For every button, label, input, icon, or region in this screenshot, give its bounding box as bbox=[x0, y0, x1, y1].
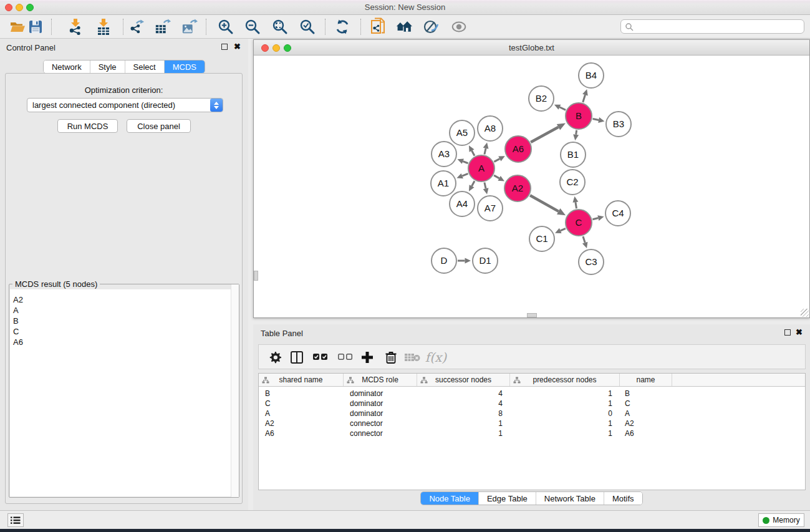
import-table-icon[interactable] bbox=[95, 17, 112, 36]
refresh-icon[interactable] bbox=[334, 17, 350, 36]
tab-node-table[interactable]: Node Table bbox=[421, 492, 479, 505]
table-cell[interactable]: B bbox=[259, 389, 344, 399]
graph-edge-A-A1[interactable] bbox=[462, 173, 468, 176]
tab-edge-table[interactable]: Edge Table bbox=[479, 492, 536, 505]
graph-edge-A2-C[interactable] bbox=[530, 195, 559, 211]
tab-motifs[interactable]: Motifs bbox=[604, 492, 642, 505]
result-list-item[interactable]: A bbox=[10, 305, 238, 316]
close-panel-icon[interactable]: ✖ bbox=[796, 327, 803, 337]
column-header-successor-nodes[interactable]: successor nodes bbox=[417, 374, 510, 386]
table-cell[interactable]: A6 bbox=[259, 428, 344, 438]
node-table[interactable]: shared nameMCDS rolesuccessor nodesprede… bbox=[258, 373, 806, 490]
float-panel-icon[interactable] bbox=[221, 44, 228, 50]
network-graph[interactable]: AA1A2A3A4A5A6A7A8BB1B2B3B4CC1C2C3C4DD1 bbox=[254, 56, 809, 317]
table-row[interactable]: Bdominator41B bbox=[259, 389, 805, 399]
add-row-icon[interactable] bbox=[359, 349, 375, 365]
result-list-item[interactable]: B bbox=[10, 316, 238, 326]
result-list-item[interactable]: C bbox=[10, 326, 238, 337]
graph-edge-A-A8[interactable] bbox=[485, 148, 486, 155]
eye-icon[interactable] bbox=[451, 17, 467, 36]
tab-style[interactable]: Style bbox=[90, 60, 125, 73]
resize-grip[interactable] bbox=[801, 309, 809, 317]
table-cell[interactable]: 1 bbox=[510, 399, 620, 409]
table-cell[interactable]: 0 bbox=[510, 409, 620, 418]
zoom-fit-icon[interactable] bbox=[272, 17, 288, 36]
zoom-in-icon[interactable] bbox=[218, 17, 234, 36]
tab-network[interactable]: Network bbox=[44, 60, 90, 73]
graph-edge-A-A4[interactable] bbox=[472, 181, 475, 186]
close-panel-button[interactable]: Close panel bbox=[127, 119, 191, 133]
splitter-handle[interactable] bbox=[527, 313, 537, 317]
search-input[interactable] bbox=[634, 21, 804, 32]
function-builder-icon[interactable]: f(x) bbox=[425, 349, 447, 365]
save-session-icon[interactable] bbox=[27, 17, 44, 36]
table-cell[interactable]: 1 bbox=[510, 418, 620, 428]
settings-gear-icon[interactable] bbox=[267, 349, 283, 365]
float-panel-icon[interactable] bbox=[784, 329, 791, 336]
delete-table-icon[interactable] bbox=[404, 349, 420, 365]
table-cell[interactable]: dominator bbox=[344, 389, 417, 399]
tab-select[interactable]: Select bbox=[125, 60, 165, 73]
run-mcds-button[interactable]: Run MCDS bbox=[57, 119, 118, 133]
table-cell[interactable]: C bbox=[620, 399, 672, 409]
column-browser-icon[interactable] bbox=[289, 349, 305, 365]
table-cell[interactable]: 1 bbox=[510, 428, 620, 438]
result-scrollbar[interactable] bbox=[231, 284, 239, 497]
table-cell[interactable]: dominator bbox=[344, 399, 417, 409]
graph-edge-B-B1[interactable] bbox=[576, 130, 577, 135]
table-row[interactable]: A6connector11A6 bbox=[259, 428, 805, 438]
graph-edge-B-B2[interactable] bbox=[559, 107, 566, 110]
column-header-predecessor-nodes[interactable]: predecessor nodes bbox=[510, 374, 620, 386]
graph-edge-A6-B[interactable] bbox=[531, 127, 558, 142]
home-icon[interactable] bbox=[396, 17, 412, 36]
zoom-out-icon[interactable] bbox=[244, 17, 261, 36]
search-field[interactable] bbox=[620, 19, 804, 34]
graph-edge-C-C3[interactable] bbox=[583, 236, 585, 243]
select-all-icon[interactable] bbox=[312, 349, 329, 365]
table-cell[interactable]: A6 bbox=[620, 428, 672, 438]
result-list-item[interactable]: A6 bbox=[10, 337, 238, 347]
graph-edge-B-B4[interactable] bbox=[583, 95, 586, 102]
table-cell[interactable]: A2 bbox=[620, 418, 672, 428]
table-cell[interactable]: 4 bbox=[417, 389, 510, 399]
table-cell[interactable]: A bbox=[620, 409, 672, 418]
open-session-icon[interactable] bbox=[9, 17, 26, 36]
table-cell[interactable]: 1 bbox=[510, 389, 620, 399]
graph-edge-C-C4[interactable] bbox=[592, 218, 598, 220]
memory-button[interactable]: Memory bbox=[758, 513, 804, 527]
tab-mcds[interactable]: MCDS bbox=[165, 60, 205, 73]
export-network-icon[interactable] bbox=[128, 17, 145, 36]
table-cell[interactable]: 1 bbox=[417, 428, 510, 438]
table-cell[interactable]: connector bbox=[344, 418, 417, 428]
table-cell[interactable]: 8 bbox=[417, 409, 510, 418]
zoom-selected-icon[interactable] bbox=[299, 17, 316, 36]
column-header-shared-name[interactable]: shared name bbox=[259, 374, 344, 386]
export-image-icon[interactable] bbox=[181, 17, 198, 36]
network-window-titlebar[interactable]: testGlobe.txt bbox=[254, 40, 809, 56]
result-list-item[interactable]: A2 bbox=[10, 294, 238, 305]
graph-edge-C-C1[interactable] bbox=[561, 228, 566, 231]
table-row[interactable]: A2connector11A2 bbox=[259, 418, 805, 428]
export-table-icon[interactable] bbox=[155, 17, 171, 36]
task-history-button[interactable] bbox=[7, 513, 24, 527]
table-cell[interactable]: 4 bbox=[417, 399, 510, 409]
graph-edge-A-A7[interactable] bbox=[485, 182, 486, 188]
graph-edge-C-C2[interactable] bbox=[576, 202, 577, 208]
splitter-handle[interactable] bbox=[254, 271, 258, 281]
table-row[interactable]: Cdominator41C bbox=[259, 399, 805, 409]
column-header-MCDS-role[interactable]: MCDS role bbox=[344, 374, 417, 386]
table-cell[interactable]: B bbox=[620, 389, 672, 399]
import-network-icon[interactable] bbox=[67, 17, 84, 36]
mcds-result-list[interactable]: A2ABCA6 bbox=[10, 289, 238, 496]
graphics-details-icon[interactable] bbox=[423, 17, 439, 36]
graph-edge-B-B3[interactable] bbox=[593, 119, 599, 120]
graph-edge-A-A5[interactable] bbox=[472, 151, 475, 156]
table-cell[interactable]: connector bbox=[344, 428, 417, 438]
close-panel-icon[interactable]: ✖ bbox=[234, 42, 241, 52]
table-cell[interactable]: A bbox=[259, 409, 344, 418]
graph-edge-A-A2[interactable] bbox=[494, 175, 499, 178]
graph-edge-A-A3[interactable] bbox=[463, 162, 468, 163]
deselect-all-icon[interactable] bbox=[337, 349, 354, 365]
criterion-dropdown[interactable]: largest connected component (directed) bbox=[27, 98, 223, 112]
network-canvas[interactable]: AA1A2A3A4A5A6A7A8BB1B2B3B4CC1C2C3C4DD1 bbox=[254, 56, 809, 317]
